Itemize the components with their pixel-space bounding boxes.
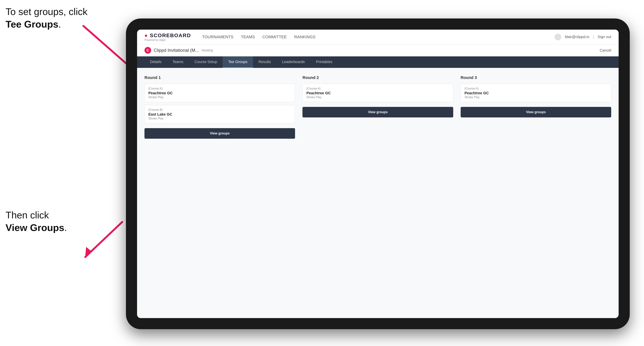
logo-icon: ● [144, 32, 148, 38]
logo-sublabel: Powered by clippit [144, 38, 166, 41]
round-3-course-a-name: Peachtree GC [464, 91, 607, 95]
round-1-course-b-name: East Lake GC [148, 112, 291, 117]
round-2-view-groups-button[interactable]: View groups [302, 107, 453, 117]
round-3-title: Round 3 [461, 75, 611, 80]
instruction-view-groups-text: View Groups [6, 222, 64, 233]
round-1-course-a-card: (Course A) Peachtree GC Stroke Play [144, 84, 295, 102]
logo-area: ● SCOREBOARD Powered by clippit [144, 32, 191, 41]
nav-left: ● SCOREBOARD Powered by clippit TOURNAME… [144, 32, 316, 41]
round-1-course-a-label: (Course A) [148, 87, 291, 90]
tablet-screen: ● SCOREBOARD Powered by clippit TOURNAME… [137, 30, 619, 318]
round-2-course-a-card: (Course A) Peachtree GC Stroke Play [302, 84, 453, 102]
round-1-course-b-format: Stroke Play [148, 117, 291, 120]
tab-teams[interactable]: Teams [167, 56, 189, 68]
svg-marker-3 [85, 247, 92, 257]
logo-label: SCOREBOARD [150, 32, 191, 38]
round-1-course-b-card: (Course B) East Lake GC Stroke Play [144, 105, 295, 123]
nav-committee[interactable]: COMMITTEE [262, 34, 287, 40]
round-2-title: Round 2 [302, 75, 453, 80]
round-3-view-groups-button[interactable]: View groups [461, 107, 611, 117]
user-avatar [554, 34, 561, 40]
round-3-course-a-format: Stroke Play [464, 96, 607, 99]
nav-rankings[interactable]: RANKINGS [294, 34, 316, 40]
main-content: Round 1 (Course A) Peachtree GC Stroke P… [137, 68, 619, 318]
nav-links: TOURNAMENTS TEAMS COMMITTEE RANKINGS [202, 34, 316, 40]
sign-out-link[interactable]: Sign out [598, 35, 611, 39]
round-1-column: Round 1 (Course A) Peachtree GC Stroke P… [144, 75, 295, 139]
tab-tee-groups[interactable]: Tee Groups [223, 56, 253, 68]
round-3-course-a-label: (Course A) [464, 87, 607, 90]
instruction-tee-groups-text: Tee Groups [6, 19, 58, 30]
tournament-header: C Clippd Invitational (M... Hosting Canc… [137, 44, 619, 56]
round-2-course-a-name: Peachtree GC [306, 91, 449, 95]
tab-results[interactable]: Results [253, 56, 276, 68]
round-1-view-groups-button[interactable]: View groups [144, 128, 295, 139]
nav-teams[interactable]: TEAMS [241, 34, 255, 40]
round-1-course-b-label: (Course B) [148, 108, 291, 112]
instruction-bottom-line1: Then click [6, 210, 49, 220]
round-1-course-a-format: Stroke Play [148, 96, 291, 99]
round-2-column: Round 2 (Course A) Peachtree GC Stroke P… [302, 75, 453, 139]
tab-printables[interactable]: Printables [310, 56, 338, 68]
round-1-title: Round 1 [144, 75, 295, 80]
round-1-course-a-name: Peachtree GC [148, 91, 291, 95]
tournament-logo: C [144, 47, 151, 54]
instruction-bottom: Then click View Groups. [6, 209, 67, 234]
tab-course-setup[interactable]: Course Setup [189, 56, 223, 68]
rounds-grid: Round 1 (Course A) Peachtree GC Stroke P… [144, 75, 611, 139]
user-email: blair@clippd.io [565, 35, 589, 39]
tab-details[interactable]: Details [144, 56, 167, 68]
hosting-badge: Hosting [202, 48, 213, 52]
tournament-title-area: C Clippd Invitational (M... Hosting [144, 47, 213, 54]
tab-bar: Details Teams Course Setup Tee Groups Re… [137, 56, 619, 68]
round-3-column: Round 3 (Course A) Peachtree GC Stroke P… [461, 75, 611, 139]
tournament-name: Clippd Invitational (M... [154, 48, 199, 53]
nav-right: blair@clippd.io | Sign out [554, 34, 611, 40]
round-3-course-a-card: (Course A) Peachtree GC Stroke Play [461, 84, 611, 102]
tablet-device: ● SCOREBOARD Powered by clippit TOURNAME… [126, 18, 630, 329]
round-2-course-a-label: (Course A) [306, 87, 449, 90]
cancel-button[interactable]: Cancel [600, 48, 611, 52]
tab-leaderboards[interactable]: Leaderboards [276, 56, 310, 68]
nav-tournaments[interactable]: TOURNAMENTS [202, 34, 234, 40]
logo-text: ● SCOREBOARD [144, 32, 191, 38]
round-2-course-a-format: Stroke Play [306, 96, 449, 99]
top-navigation: ● SCOREBOARD Powered by clippit TOURNAME… [137, 30, 619, 44]
